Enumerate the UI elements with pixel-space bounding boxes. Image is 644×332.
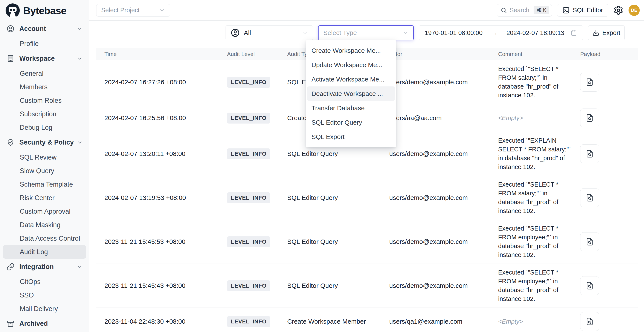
- cell-actor: users/demo@example.com: [389, 238, 498, 245]
- cell-comment: Executed `"SELECT * FROM salary;"` in da…: [498, 65, 580, 100]
- table-row: 2023-11-21 15:45:53 +08:00 LEVEL_INFO SQ…: [96, 220, 638, 264]
- actor-filter-select[interactable]: All: [226, 25, 313, 40]
- audit-level-badge: LEVEL_INFO: [227, 192, 270, 203]
- user-circle-icon: [230, 28, 240, 37]
- bytebase-logo-icon: [6, 3, 20, 17]
- dropdown-menu-item-deactivate-workspace[interactable]: Deactivate Workspace ...: [307, 86, 395, 101]
- payload-view-button[interactable]: [580, 312, 599, 331]
- calendar-icon: [570, 29, 577, 36]
- sidebar-item-subscription[interactable]: Subscription: [0, 107, 89, 121]
- cell-comment: Executed `"EXPLAIN SELECT * FROM salary;…: [498, 136, 580, 171]
- cell-audit-type: SQL Editor Query: [287, 150, 389, 158]
- sidebar-item-slow-query[interactable]: Slow Query: [0, 164, 89, 177]
- payload-view-button[interactable]: [580, 144, 599, 163]
- link-icon: [6, 263, 14, 271]
- sidebar-item-profile[interactable]: Profile: [0, 37, 89, 50]
- avatar[interactable]: DE: [628, 5, 640, 16]
- sidebar-item-custom-approval[interactable]: Custom Approval: [0, 205, 89, 218]
- sidebar-nav: Account Profile Workspace General Member…: [0, 20, 89, 332]
- cell-actor: users/aa@aa.com: [389, 114, 498, 122]
- export-button[interactable]: Export: [588, 25, 625, 40]
- search-input[interactable]: [510, 7, 533, 14]
- search-shortcut-badge: ⌘ K: [534, 6, 549, 14]
- user-circle-icon: [6, 25, 14, 33]
- cell-audit-type: SQL Editor Query: [287, 194, 389, 201]
- cell-time: 2023-11-04 22:48:30 +08:00: [96, 318, 227, 325]
- column-header-time: Time: [96, 51, 227, 57]
- sidebar-section-security-policy[interactable]: Security & Policy: [0, 134, 89, 151]
- sidebar-item-debug-log[interactable]: Debug Log: [0, 121, 89, 134]
- dropdown-menu-item-transfer-database[interactable]: Transfer Database: [306, 101, 396, 115]
- type-filter-select[interactable]: Select Type: [318, 25, 414, 40]
- sidebar-item-sso[interactable]: SSO: [0, 289, 89, 302]
- sidebar-item-data-masking[interactable]: Data Masking: [0, 218, 89, 232]
- type-filter-placeholder: Select Type: [323, 29, 357, 36]
- file-search-icon: [585, 149, 594, 158]
- sidebar-item-gitops[interactable]: GitOps: [0, 275, 89, 289]
- sidebar-item-data-access-control[interactable]: Data Access Control: [0, 232, 89, 245]
- column-header-payload: Payload: [580, 51, 638, 57]
- sidebar-item-audit-log[interactable]: Audit Log: [3, 245, 86, 259]
- top-bar: Select Project ⌘ K SQL Editor DE: [89, 0, 644, 20]
- sidebar-item-members[interactable]: Members: [0, 80, 89, 94]
- cell-time: 2024-02-07 13:20:11 +08:00: [96, 150, 227, 158]
- date-from: 1970-01-01 08:00:00: [425, 29, 482, 36]
- payload-view-button[interactable]: [580, 109, 599, 127]
- audit-level-badge: LEVEL_INFO: [227, 236, 270, 247]
- cell-comment: Executed `"SELECT * FROM employee;"` in …: [498, 224, 580, 259]
- sidebar-item-custom-roles[interactable]: Custom Roles: [0, 94, 89, 107]
- download-icon: [592, 29, 599, 36]
- sql-editor-button[interactable]: SQL Editor: [557, 4, 608, 16]
- column-header-audit-level: Audit Level: [227, 51, 287, 57]
- cell-comment: <Empty>: [498, 317, 580, 326]
- chevron-down-icon: [77, 26, 83, 32]
- dropdown-menu-item-sql-export[interactable]: SQL Export: [306, 130, 396, 144]
- dropdown-menu-item-create-workspace-me[interactable]: Create Workspace Me...: [306, 43, 396, 58]
- payload-view-button[interactable]: [580, 232, 599, 251]
- brand-name: Bytebase: [23, 5, 66, 16]
- actor-filter-value: All: [244, 29, 251, 36]
- sidebar-section-archived[interactable]: Archived: [0, 316, 89, 332]
- bytebase-logo[interactable]: Bytebase: [0, 0, 89, 20]
- sidebar-item-general[interactable]: General: [0, 67, 89, 80]
- payload-view-button[interactable]: [580, 188, 599, 207]
- audit-level-badge: LEVEL_INFO: [227, 280, 270, 291]
- dropdown-menu-item-sql-editor-query[interactable]: SQL Editor Query: [306, 115, 396, 130]
- cell-actor: users/demo@example.com: [389, 78, 498, 86]
- payload-view-button[interactable]: [580, 73, 599, 92]
- sidebar-item-schema-template[interactable]: Schema Template: [0, 177, 89, 191]
- gear-icon[interactable]: [614, 5, 624, 15]
- cell-time: 2023-11-21 15:45:53 +08:00: [96, 238, 227, 245]
- cell-actor: users/qa1@example.com: [389, 318, 498, 325]
- cell-audit-type: Create Workspace Member: [287, 318, 389, 325]
- project-select[interactable]: Select Project: [96, 4, 170, 16]
- topbar-right-group: ⌘ K SQL Editor DE: [497, 4, 640, 16]
- search-box[interactable]: ⌘ K: [497, 4, 552, 16]
- chevron-down-icon: [402, 30, 408, 36]
- date-range-picker[interactable]: 1970-01-01 08:00:00 → 2024-02-07 18:09:1…: [419, 25, 583, 40]
- audit-level-badge: LEVEL_INFO: [227, 149, 270, 159]
- sidebar-item-mail-delivery[interactable]: Mail Delivery: [0, 302, 89, 316]
- sidebar-section-account[interactable]: Account: [0, 20, 89, 37]
- dropdown-menu-item-update-workspace-me[interactable]: Update Workspace Me...: [306, 58, 396, 72]
- sidebar-item-sql-review[interactable]: SQL Review: [0, 151, 89, 164]
- sidebar-item-risk-center[interactable]: Risk Center: [0, 191, 89, 205]
- sidebar-section-integration[interactable]: Integration: [0, 259, 89, 275]
- file-search-icon: [585, 237, 594, 246]
- chevron-down-icon: [77, 56, 83, 62]
- audit-level-badge: LEVEL_INFO: [227, 113, 270, 124]
- sidebar-section-workspace[interactable]: Workspace: [0, 50, 89, 67]
- chevron-down-icon: [302, 30, 308, 36]
- payload-view-button[interactable]: [580, 276, 599, 295]
- cell-audit-type: SQL Editor Query: [287, 238, 389, 245]
- date-to: 2024-02-07 18:09:13: [506, 29, 564, 36]
- sidebar: Bytebase Account Profile Workspace Gener…: [0, 0, 89, 332]
- dropdown-menu-item-activate-workspace-me[interactable]: Activate Workspace Me...: [306, 72, 396, 86]
- arrow-right-icon: →: [487, 29, 502, 37]
- file-search-icon: [585, 317, 594, 326]
- terminal-icon: [562, 7, 570, 14]
- cell-audit-type: SQL Editor Query: [287, 282, 389, 289]
- cell-comment: Executed `"SELECT * FROM salary;"` in da…: [498, 180, 580, 215]
- export-label: Export: [602, 29, 620, 36]
- archive-icon: [6, 320, 14, 328]
